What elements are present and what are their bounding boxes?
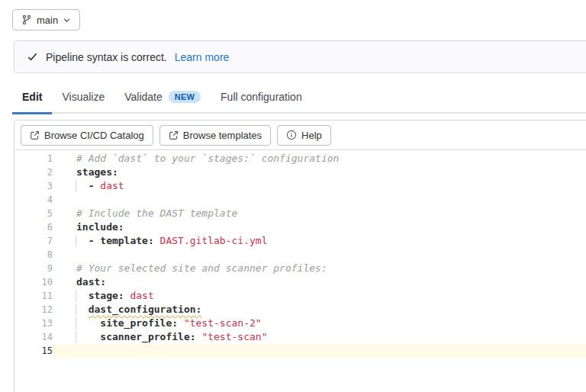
code-line: 14 scanner_profile: "test-scan": [14, 330, 586, 344]
line-number: 14: [14, 330, 53, 344]
line-number: 7: [14, 234, 53, 248]
line-number: 8: [14, 248, 53, 262]
code-line: 2stages:: [14, 165, 586, 179]
code-line: 10dast:: [14, 275, 586, 289]
code-line: 9# Your selected site and scanner profil…: [14, 262, 586, 275]
code-line: 4: [14, 193, 586, 207]
browse-templates-button[interactable]: Browse templates: [159, 125, 271, 146]
code-text[interactable]: # Include the DAST template: [53, 207, 586, 220]
help-label: Help: [301, 130, 322, 141]
code-text[interactable]: site_profile: "test-scan-2": [53, 316, 586, 330]
code-text[interactable]: include:: [53, 220, 586, 234]
browse-catalog-label: Browse CI/CD Catalog: [44, 130, 144, 141]
code-text[interactable]: scanner_profile: "test-scan": [53, 330, 586, 344]
code-line: 13 site_profile: "test-scan-2": [14, 316, 586, 330]
code-text[interactable]: [53, 248, 586, 262]
tab-validate[interactable]: ValidateNEW: [114, 82, 211, 114]
tab-label: Validate: [124, 91, 163, 103]
tab-label: Edit: [22, 91, 42, 103]
learn-more-link[interactable]: Learn more: [175, 51, 230, 63]
code-line: 1# Add `dast` to your `stages:` configur…: [14, 152, 586, 165]
tab-label: Full configuration: [221, 91, 302, 103]
line-number: 5: [14, 207, 53, 220]
pipeline-editor-page: main Pipeline syntax is correct. Learn m…: [0, 0, 586, 392]
code-line: 11 stage: dast: [14, 289, 586, 303]
chevron-down-icon: [63, 16, 71, 24]
line-number: 12: [14, 303, 53, 316]
tab-edit[interactable]: Edit: [12, 82, 52, 114]
line-number: 15: [14, 344, 53, 358]
code-text[interactable]: dast:: [53, 275, 586, 289]
line-number: 10: [14, 275, 53, 289]
line-number: 3: [14, 179, 53, 193]
new-badge: NEW: [169, 91, 201, 103]
code-text[interactable]: [53, 344, 586, 358]
code-line: 6include:: [14, 220, 586, 234]
code-text[interactable]: stage: dast: [53, 289, 586, 303]
line-number: 4: [14, 193, 53, 207]
code-text[interactable]: - template: DAST.gitlab-ci.yml: [53, 234, 586, 248]
pipeline-status-alert: Pipeline syntax is correct. Learn more: [14, 40, 586, 73]
line-number: 11: [14, 289, 53, 303]
code-text[interactable]: stages:: [53, 165, 586, 179]
git-branch-icon: [21, 14, 32, 25]
branch-name-label: main: [37, 14, 58, 26]
check-icon: [27, 51, 38, 63]
info-icon: [286, 130, 297, 140]
browse-catalog-button[interactable]: Browse CI/CD Catalog: [21, 125, 153, 146]
editor-toolbar: Browse CI/CD Catalog Browse templates: [14, 120, 586, 150]
code-line: 12 dast_configuration:: [14, 303, 586, 316]
code-line: 3 - dast: [14, 179, 586, 193]
line-number: 9: [14, 262, 53, 275]
code-text[interactable]: # Your selected site and scanner profile…: [53, 262, 586, 275]
code-line: 8: [14, 248, 586, 262]
editor-tabs: EditVisualizeValidateNEWFull configurati…: [12, 80, 586, 114]
branch-selector-button[interactable]: main: [12, 9, 80, 31]
branch-row: main: [0, 0, 586, 31]
code-line: 7 - template: DAST.gitlab-ci.yml: [14, 234, 586, 248]
help-button[interactable]: Help: [277, 125, 331, 146]
tab-label: Visualize: [62, 91, 105, 103]
code-text[interactable]: # Add `dast` to your `stages:` configura…: [53, 152, 586, 165]
line-number: 6: [14, 220, 53, 234]
alert-message: Pipeline syntax is correct.: [46, 51, 167, 63]
code-text[interactable]: dast_configuration:: [53, 303, 586, 316]
browse-templates-label: Browse templates: [183, 130, 262, 141]
tab-full-configuration[interactable]: Full configuration: [211, 82, 312, 114]
code-text[interactable]: [53, 193, 586, 207]
line-number: 1: [14, 152, 53, 165]
line-number: 13: [14, 316, 53, 330]
line-number: 2: [14, 165, 53, 179]
code-line: 5# Include the DAST template: [14, 207, 586, 220]
code-editor[interactable]: 1# Add `dast` to your `stages:` configur…: [14, 150, 586, 358]
external-link-icon: [169, 130, 179, 140]
code-line: 15: [14, 344, 586, 358]
external-link-icon: [30, 130, 40, 140]
code-text[interactable]: - dast: [53, 179, 586, 193]
editor-container: Browse CI/CD Catalog Browse templates: [14, 120, 586, 392]
tab-visualize[interactable]: Visualize: [52, 82, 114, 114]
